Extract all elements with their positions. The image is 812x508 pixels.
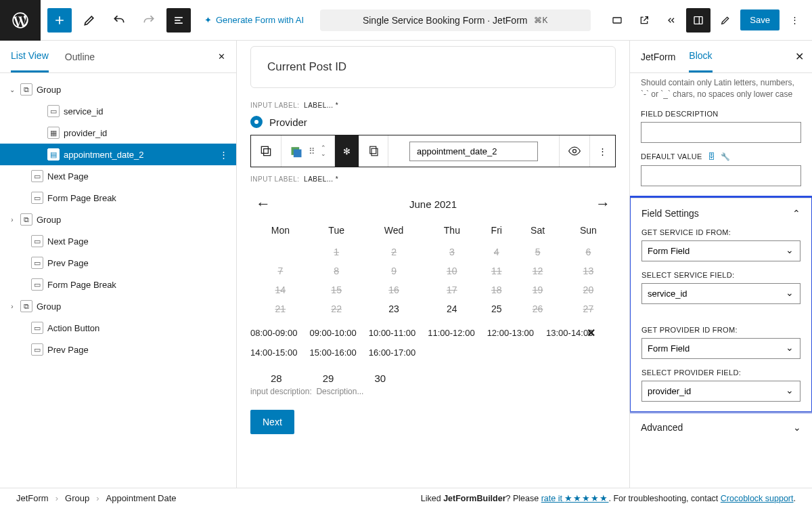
tree-item[interactable]: ▭service_id xyxy=(0,100,236,122)
tree-item[interactable]: ▤appointment_date_2⋮ xyxy=(0,144,236,165)
overflow-date[interactable]: 29 xyxy=(323,373,334,384)
crumb-item[interactable]: JetForm xyxy=(16,493,49,503)
calendar-day: 2 xyxy=(363,242,426,261)
calendar-day: 12 xyxy=(514,261,560,280)
time-slot[interactable]: 10:00-11:00 xyxy=(369,328,415,338)
generate-form-ai-button[interactable]: ✦ Generate Form with AI xyxy=(198,15,311,25)
calendar-day: 13 xyxy=(561,261,616,280)
crumb-item[interactable]: Appointment Date xyxy=(106,493,177,503)
drag-handle-icon[interactable]: ⠿ xyxy=(309,146,315,156)
tree-item[interactable]: ›⧉Group xyxy=(0,295,236,317)
time-slot[interactable]: 09:00-10:00 xyxy=(309,328,356,338)
block-name-input[interactable] xyxy=(409,142,538,161)
time-slot[interactable]: 11:00-12:00 xyxy=(428,328,474,338)
svg-rect-2 xyxy=(175,22,183,24)
default-value-input[interactable] xyxy=(641,165,801,186)
tab-jetform[interactable]: JetForm xyxy=(641,42,675,72)
tree-item[interactable]: ▭Next Page xyxy=(0,165,236,187)
block-type-icon[interactable]: ⠿ ⌃⌄ xyxy=(281,135,335,167)
calendar-day xyxy=(250,242,311,261)
calendar-day: 14 xyxy=(250,280,311,299)
undo-button[interactable] xyxy=(107,8,131,33)
provider-radio[interactable]: Provider xyxy=(250,113,616,135)
styles-icon[interactable] xyxy=(713,8,738,33)
parent-block-icon[interactable] xyxy=(251,135,281,167)
tree-item[interactable]: ▭Prev Page xyxy=(0,339,236,360)
overflow-date[interactable]: 28 xyxy=(271,373,282,384)
document-overview-button[interactable] xyxy=(166,8,191,33)
redo-button[interactable] xyxy=(137,8,161,33)
wrench-icon[interactable]: 🔧 xyxy=(721,152,730,161)
svg-point-12 xyxy=(573,150,577,153)
select-provider-field-select[interactable]: provider_id xyxy=(641,381,800,402)
svg-rect-4 xyxy=(694,16,702,24)
svg-rect-6 xyxy=(261,146,268,153)
rate-link[interactable]: rate it ★★★★★ xyxy=(541,494,609,503)
get-service-id-select[interactable]: Form Field xyxy=(641,240,800,261)
chevron-up-icon: ⌃ xyxy=(792,208,800,219)
wordpress-logo[interactable] xyxy=(0,0,41,41)
tree-item[interactable]: ▭Action Button xyxy=(0,317,236,339)
tree-item[interactable]: ▭Form Page Break xyxy=(0,187,236,209)
edit-icon[interactable] xyxy=(77,8,102,33)
more-menu-icon[interactable]: ⋮ xyxy=(782,8,807,33)
support-link[interactable]: Crocoblock support xyxy=(721,494,794,503)
chevrons-left-icon[interactable] xyxy=(659,8,683,33)
close-settings-icon[interactable]: ✕ xyxy=(795,50,804,63)
block-toolbar: ⠿ ⌃⌄ ✻ ⋮ xyxy=(250,135,616,167)
time-slot[interactable]: 14:00-15:00 xyxy=(250,347,297,358)
overflow-date[interactable]: 30 xyxy=(374,373,386,384)
select-service-field-select[interactable]: service_id xyxy=(641,283,800,304)
calendar-day: 21 xyxy=(250,299,311,318)
duplicate-icon[interactable] xyxy=(359,135,388,167)
tree-item[interactable]: ›⧉Group xyxy=(0,209,236,230)
field-settings-toggle[interactable]: Field Settings ⌃ xyxy=(641,208,800,219)
calendar-day[interactable]: 24 xyxy=(426,299,479,318)
next-month-icon[interactable]: → xyxy=(590,195,616,213)
command-shortcut: ⌘K xyxy=(534,16,547,25)
tree-item[interactable]: ⌄⧉Group xyxy=(0,79,236,100)
time-slot[interactable]: 16:00-17:00 xyxy=(369,347,415,358)
get-provider-id-select[interactable]: Form Field xyxy=(641,338,800,359)
time-slot[interactable]: 12:00-13:00 xyxy=(487,328,534,338)
time-slots-row-2: 14:00-15:0015:00-16:0016:00-17:00 xyxy=(250,347,616,367)
crumb-item[interactable]: Group xyxy=(65,493,89,503)
visibility-icon[interactable] xyxy=(560,135,590,167)
current-post-id-block[interactable]: Current Post ID xyxy=(250,46,616,88)
time-slot[interactable]: 13:00-14:00 xyxy=(546,328,593,338)
tab-block[interactable]: Block xyxy=(689,41,712,72)
view-icon[interactable] xyxy=(605,8,629,33)
calendar-day[interactable]: 25 xyxy=(478,299,514,318)
editor-canvas: Current Post ID INPUT LABEL: LABEL... * … xyxy=(237,41,629,488)
block-more-icon[interactable]: ⋮ xyxy=(590,135,615,167)
overflow-dates: 282930 xyxy=(250,367,616,385)
save-button[interactable]: Save xyxy=(740,9,780,30)
database-icon[interactable]: 🗄 xyxy=(708,152,715,161)
svg-rect-7 xyxy=(264,149,271,156)
tree-item[interactable]: ▭Form Page Break xyxy=(0,274,236,295)
time-slot[interactable]: 08:00-09:00 xyxy=(250,328,297,338)
calendar-day[interactable]: 23 xyxy=(363,299,426,318)
tree-item[interactable]: ▦provider_id xyxy=(0,122,236,144)
tab-list-view[interactable]: List View xyxy=(11,41,49,72)
svg-rect-3 xyxy=(613,18,621,23)
tree-item[interactable]: ▭Prev Page xyxy=(0,252,236,274)
appointment-block-icon[interactable]: ✻ xyxy=(335,135,359,167)
prev-month-icon[interactable]: ← xyxy=(250,195,276,213)
document-title[interactable]: Single Service Booking Form · JetForm ⌘K xyxy=(320,9,591,31)
sidebar-toggle-icon[interactable] xyxy=(686,8,710,33)
field-description-input[interactable] xyxy=(641,122,801,143)
input-label-meta: INPUT LABEL: LABEL... * xyxy=(250,102,616,109)
tab-outline[interactable]: Outline xyxy=(65,42,95,72)
time-slot[interactable]: 15:00-16:00 xyxy=(309,347,356,358)
advanced-toggle[interactable]: Advanced ⌄ xyxy=(641,422,801,433)
move-down-icon[interactable]: ⌄ xyxy=(321,151,326,157)
external-link-icon[interactable] xyxy=(632,8,656,33)
sparkle-icon: ✦ xyxy=(204,15,212,25)
calendar-day: 20 xyxy=(561,280,616,299)
add-block-button[interactable] xyxy=(47,8,72,33)
editor-footer: JetForm › Group › Appointment Date Liked… xyxy=(0,488,812,508)
next-button[interactable]: Next xyxy=(250,410,294,434)
tree-item[interactable]: ▭Next Page xyxy=(0,230,236,252)
close-icon[interactable]: ✕ xyxy=(218,51,225,62)
